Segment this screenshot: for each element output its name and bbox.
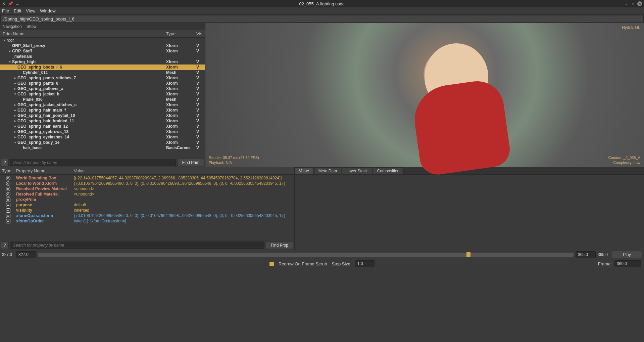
- menu-window[interactable]: Window: [40, 8, 55, 13]
- prim-vis[interactable]: V: [196, 145, 205, 150]
- prop-row[interactable]: AxformOpOrdertoken[1]: [xformOp:transfor…: [0, 218, 294, 224]
- tree-row[interactable]: GRP_Staff_proxyXformV: [0, 43, 205, 48]
- expander-icon[interactable]: ▸: [13, 76, 17, 80]
- tree-row[interactable]: ▾GEO_spring_jacket_bXformV: [0, 91, 205, 97]
- prim-vis[interactable]: V: [196, 97, 205, 102]
- col-prop-name[interactable]: Property Name: [16, 168, 74, 173]
- prop-search-input[interactable]: [10, 242, 264, 249]
- menu-file[interactable]: File: [2, 8, 9, 13]
- menu-edit[interactable]: Edit: [14, 8, 21, 13]
- expander-icon[interactable]: ▾: [3, 39, 6, 42]
- expander-icon[interactable]: ▸: [13, 125, 17, 128]
- find-prim-button[interactable]: Find Prim: [177, 159, 204, 166]
- stepsize-input[interactable]: [355, 260, 375, 267]
- minimize-icon[interactable]: ⌄: [624, 1, 629, 6]
- prim-vis[interactable]: V: [196, 135, 205, 139]
- tree-row[interactable]: ▾GEO_spring_boots_l_6XformV: [0, 65, 205, 70]
- prim-vis[interactable]: V: [196, 129, 205, 134]
- col-type[interactable]: Type: [166, 31, 196, 36]
- tree-row[interactable]: _materials: [0, 54, 205, 59]
- tree-row[interactable]: ▸GEO_spring_hair_braided_11XformV: [0, 118, 205, 124]
- prim-vis[interactable]: V: [196, 43, 205, 48]
- tree-row[interactable]: ▸GEO_spring_hair_ears_12XformV: [0, 124, 205, 129]
- tree-row[interactable]: ▸GEO_spring_jacket_stitches_cXformV: [0, 102, 205, 108]
- timeline-thumb[interactable]: [466, 252, 470, 257]
- prim-vis[interactable]: V: [196, 81, 205, 86]
- prop-row[interactable]: RproxyPrim: [0, 197, 294, 202]
- prim-vis[interactable]: V: [196, 59, 205, 64]
- tab-composition[interactable]: Composition: [373, 167, 404, 174]
- prop-row[interactable]: CResolved Full Material<unbound>: [0, 191, 294, 197]
- tab-metadata[interactable]: Meta Data: [314, 167, 341, 174]
- prim-vis[interactable]: V: [196, 113, 205, 118]
- col-prim-name[interactable]: Prim Name: [0, 31, 166, 36]
- tree-row[interactable]: ▸GEO_spring_eyebrows_13XformV: [0, 129, 205, 134]
- prop-row[interactable]: CResolved Preview Material<unbound>: [0, 186, 294, 191]
- show-menu[interactable]: Show: [27, 24, 37, 29]
- find-prop-button[interactable]: Find Prop: [266, 242, 293, 249]
- prim-vis[interactable]: V: [196, 49, 205, 53]
- expander-icon[interactable]: ▸: [13, 103, 17, 106]
- tab-layerstack[interactable]: Layer Stack: [342, 167, 372, 174]
- tree-row[interactable]: ▾Spring_highXformV: [0, 59, 205, 65]
- prop-row[interactable]: CLocal to World Xform( (0.01067964266985…: [0, 181, 294, 186]
- expander-icon[interactable]: ▸: [13, 119, 17, 123]
- tab-value[interactable]: Value: [295, 167, 313, 174]
- tree-row[interactable]: ▸GEO_spring_hair_ponytail_10XformV: [0, 113, 205, 118]
- prop-row[interactable]: CWorld Bounding Box[(-22.149101755044057…: [0, 175, 294, 181]
- prim-vis[interactable]: V: [196, 119, 205, 123]
- prim-vis[interactable]: V: [196, 108, 205, 113]
- prim-vis[interactable]: V: [196, 65, 205, 70]
- tree-row[interactable]: ▾root: [0, 38, 205, 43]
- expander-icon[interactable]: ▸: [13, 82, 17, 85]
- expander-icon[interactable]: ▾: [8, 60, 11, 63]
- frame-input[interactable]: [614, 260, 641, 267]
- prim-search-input[interactable]: [10, 159, 176, 166]
- tree-body[interactable]: ▾rootGRP_Staff_proxyXformV▸GRP_StaffXfor…: [0, 38, 205, 151]
- prim-vis[interactable]: V: [196, 92, 205, 96]
- redraw-checkbox[interactable]: [269, 262, 274, 266]
- chevron-up-icon[interactable]: ︽: [16, 1, 20, 7]
- tree-row[interactable]: ▸GEO_spring_pants_8XformV: [0, 81, 205, 86]
- pin-icon[interactable]: 📌: [8, 1, 13, 6]
- prim-vis[interactable]: V: [196, 124, 205, 129]
- prim-vis[interactable]: V: [196, 76, 205, 80]
- prop-search-help[interactable]: ?: [1, 242, 9, 249]
- prop-row[interactable]: AxformOp:transform( (0.01067964266985654…: [0, 213, 294, 218]
- expander-icon[interactable]: ▸: [13, 87, 17, 90]
- tree-row[interactable]: ▸GEO_spring_eyelashes_14XformV: [0, 134, 205, 140]
- expander-icon[interactable]: ▸: [13, 135, 17, 139]
- props-body[interactable]: CWorld Bounding Box[(-22.149101755044057…: [0, 175, 294, 234]
- prop-row[interactable]: Apurposedefault: [0, 202, 294, 208]
- range-end-input[interactable]: [576, 251, 596, 258]
- expander-icon[interactable]: ▸: [8, 49, 11, 53]
- prim-path-input[interactable]: /Spring_high/GEO_spring_boots_l_6: [0, 15, 644, 23]
- prim-search-help[interactable]: ?: [1, 159, 9, 166]
- tree-row[interactable]: ▸GEO_spring_pants_stitches_7XformV: [0, 75, 205, 81]
- tree-row[interactable]: Plane_036MeshV: [0, 97, 205, 102]
- expander-icon[interactable]: ▸: [13, 130, 17, 133]
- expander-icon[interactable]: ▾: [13, 66, 17, 69]
- col-prop-type[interactable]: Type: [0, 168, 16, 173]
- col-vis[interactable]: Vis: [196, 31, 205, 36]
- tree-row[interactable]: ▸GEO_spring_hair_main_fXformV: [0, 108, 205, 113]
- tree-row[interactable]: Cylinder_011MeshV: [0, 70, 205, 75]
- menu-view[interactable]: View: [26, 8, 35, 13]
- tree-row[interactable]: hair_baseBasisCurvesV: [0, 145, 205, 151]
- range-start-input[interactable]: [16, 251, 36, 258]
- expander-icon[interactable]: ▾: [13, 92, 17, 96]
- prim-vis[interactable]: V: [196, 102, 205, 107]
- tree-row[interactable]: ▸GEO_spring_pullover_aXformV: [0, 86, 205, 91]
- expander-icon[interactable]: ▸: [13, 109, 17, 112]
- viewport[interactable]: Hydra: GL Render: 36.37 ms (27.50 FPS) P…: [205, 23, 644, 167]
- col-prop-value[interactable]: Value: [74, 168, 294, 173]
- nav-menu[interactable]: Navigation: [3, 24, 22, 29]
- tree-row[interactable]: ▾GEO_spring_body_1eXformV: [0, 140, 205, 145]
- expander-icon[interactable]: ▾: [13, 141, 17, 144]
- maximize-icon[interactable]: ◇: [631, 1, 635, 6]
- prim-vis[interactable]: V: [196, 86, 205, 91]
- prim-vis[interactable]: V: [196, 70, 205, 75]
- timeline-slider[interactable]: [38, 253, 574, 257]
- play-button[interactable]: Play: [612, 251, 642, 258]
- tree-row[interactable]: ▸GRP_StaffXformV: [0, 48, 205, 54]
